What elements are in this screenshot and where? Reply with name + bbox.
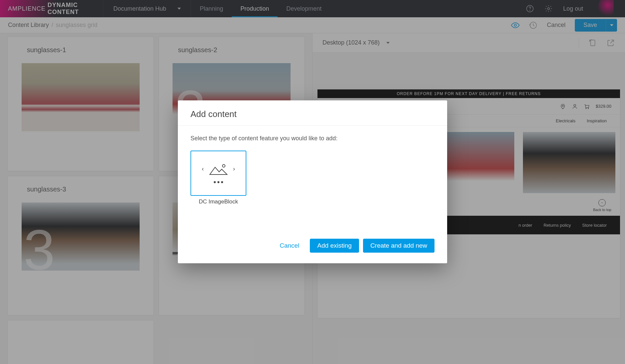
- modal-cancel-button[interactable]: Cancel: [273, 239, 306, 253]
- modal-title: Add content: [178, 100, 447, 126]
- imageblock-icon: [200, 163, 236, 175]
- modal-prompt: Select the type of content feature you w…: [190, 135, 435, 142]
- create-and-add-new-button[interactable]: Create and add new: [363, 239, 435, 253]
- dots-icon: [214, 181, 223, 183]
- content-type-label: DC ImageBlock: [190, 198, 246, 205]
- content-type-tile[interactable]: [190, 151, 246, 196]
- modal-body: Select the type of content feature you w…: [178, 126, 447, 239]
- modal-actions: Cancel Add existing Create and add new: [178, 239, 447, 263]
- add-existing-button[interactable]: Add existing: [310, 239, 359, 253]
- add-content-modal: Add content Select the type of content f…: [178, 100, 447, 263]
- svg-point-9: [222, 165, 225, 167]
